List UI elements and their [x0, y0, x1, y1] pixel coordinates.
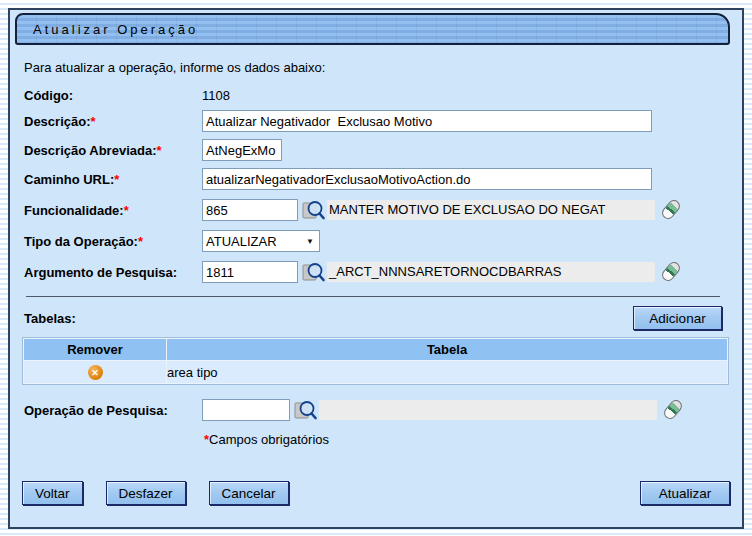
codigo-row: Código: 1108: [24, 88, 728, 103]
caminho-url-required-marker: *: [114, 172, 119, 187]
funcionalidade-code-input[interactable]: [202, 199, 298, 221]
tabelas-table: Remover Tabela ✕ area tipo: [22, 337, 729, 385]
column-header-remover: Remover: [24, 339, 166, 360]
required-fields-note: *Campos obrigatórios: [204, 432, 728, 447]
action-buttons-bar: Voltar Desfazer Cancelar Atualizar: [22, 481, 730, 505]
descricao-abreviada-label: Descrição Abreviada:*: [24, 143, 202, 158]
tipo-operacao-label-text: Tipo da Operação:: [24, 234, 138, 249]
intro-text: Para atualizar a operação, informe os da…: [24, 60, 728, 75]
descricao-label: Descrição:*: [24, 114, 202, 129]
descricao-input[interactable]: [202, 110, 652, 132]
table-row: ✕ area tipo: [24, 361, 727, 383]
eraser-icon[interactable]: [659, 259, 683, 285]
descricao-required-marker: *: [90, 114, 95, 129]
descricao-row: Descrição:*: [24, 110, 728, 132]
tipo-operacao-select-wrap: ATUALIZAR ▼: [202, 230, 320, 252]
tabela-cell: area tipo: [167, 361, 727, 383]
desfazer-button[interactable]: Desfazer: [106, 481, 186, 505]
descricao-abreviada-row: Descrição Abreviada:*: [24, 139, 728, 161]
column-header-tabela: Tabela: [167, 339, 727, 360]
argumento-pesquisa-row: Argumento de Pesquisa: _ARCT_NNNSARETORN…: [24, 259, 728, 285]
search-icon[interactable]: [301, 260, 326, 284]
descricao-abreviada-label-text: Descrição Abreviada:: [24, 143, 156, 158]
cancelar-button[interactable]: Cancelar: [209, 481, 289, 505]
descricao-abreviada-input[interactable]: [202, 139, 282, 161]
atualizar-button[interactable]: Atualizar: [640, 481, 730, 505]
caminho-url-row: Caminho URL:*: [24, 168, 728, 190]
argumento-pesquisa-label-text: Argumento de Pesquisa:: [24, 265, 177, 280]
argumento-pesquisa-code-input[interactable]: [202, 261, 298, 283]
tipo-operacao-row: Tipo da Operação:* ATUALIZAR ▼: [24, 230, 728, 252]
funcionalidade-row: Funcionalidade:* MANTER MOTIVO DE EXCLUS…: [24, 197, 728, 223]
page-title: Atualizar Operação: [33, 22, 198, 37]
caminho-url-label: Caminho URL:*: [24, 172, 202, 187]
caminho-url-input[interactable]: [202, 168, 652, 190]
search-icon[interactable]: [301, 198, 326, 222]
funcionalidade-label: Funcionalidade:*: [24, 203, 202, 218]
tabelas-table-header-row: Remover Tabela: [24, 339, 727, 360]
argumento-pesquisa-label: Argumento de Pesquisa:: [24, 265, 202, 280]
panel-titlebar: Atualizar Operação: [15, 13, 730, 45]
operacao-pesquisa-code-input[interactable]: [202, 399, 290, 421]
caminho-url-label-text: Caminho URL:: [24, 172, 114, 187]
argumento-pesquisa-description: _ARCT_NNNSARETORNOCDBARRAS: [327, 262, 655, 282]
codigo-value: 1108: [202, 88, 230, 103]
eraser-icon[interactable]: [661, 397, 685, 423]
tipo-operacao-select[interactable]: ATUALIZAR: [202, 230, 320, 252]
eraser-shape: [660, 260, 683, 284]
voltar-button[interactable]: Voltar: [22, 481, 83, 505]
actions-spacer: [312, 481, 617, 505]
codigo-label: Código:: [24, 88, 202, 103]
funcionalidade-description: MANTER MOTIVO DE EXCLUSAO DO NEGAT: [327, 200, 655, 220]
eraser-shape: [660, 198, 683, 222]
tipo-operacao-required-marker: *: [138, 234, 143, 249]
form-content: Para atualizar a operação, informe os da…: [10, 45, 742, 447]
funcionalidade-required-marker: *: [124, 203, 129, 218]
tabelas-header: Tabelas: Adicionar: [24, 306, 726, 330]
remove-icon[interactable]: ✕: [88, 365, 103, 380]
operacao-pesquisa-description: [319, 400, 657, 420]
section-divider: [26, 296, 720, 297]
descricao-label-text: Descrição:: [24, 114, 90, 129]
operacao-pesquisa-label-text: Operação de Pesquisa:: [24, 403, 168, 418]
eraser-shape: [662, 398, 685, 422]
tabelas-label: Tabelas:: [24, 311, 76, 326]
atualizar-operacao-panel: Atualizar Operação Para atualizar a oper…: [8, 8, 744, 529]
remove-cell: ✕: [24, 361, 166, 383]
operacao-pesquisa-label: Operação de Pesquisa:: [24, 403, 202, 418]
codigo-label-text: Código:: [24, 88, 73, 103]
adicionar-button[interactable]: Adicionar: [633, 306, 722, 330]
required-note-text: Campos obrigatórios: [209, 432, 329, 447]
operacao-pesquisa-row: Operação de Pesquisa:: [24, 397, 728, 423]
funcionalidade-label-text: Funcionalidade:: [24, 203, 124, 218]
tipo-operacao-label: Tipo da Operação:*: [24, 234, 202, 249]
descricao-abreviada-required-marker: *: [156, 143, 161, 158]
eraser-icon[interactable]: [659, 197, 683, 223]
search-icon[interactable]: [293, 398, 318, 422]
